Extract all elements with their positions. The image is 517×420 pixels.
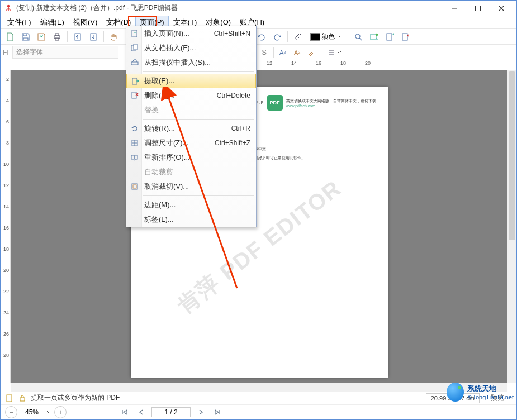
reorder-icon (130, 152, 140, 163)
svg-rect-14 (7, 395, 12, 402)
page-thumb-add-icon[interactable]: + (382, 30, 397, 44)
line-spacing-icon[interactable] (323, 46, 345, 59)
subscript-icon[interactable]: A2 (290, 46, 305, 59)
font-select[interactable]: 选择字体 (12, 46, 118, 59)
scan-icon (130, 58, 140, 68)
window-title: (复制)-新建文本文档 (2)（合并）.pdf - 飞思PDF编辑器 (16, 3, 178, 13)
menu-insert-from-doc[interactable]: 从文档插入(F)... (126, 41, 256, 55)
print-icon[interactable] (50, 30, 64, 44)
svg-rect-12 (402, 34, 407, 40)
next-page-button[interactable] (194, 406, 207, 418)
app-icon (4, 4, 13, 13)
font-prefix-icon: Ff (3, 49, 9, 56)
menu-edit[interactable]: 编辑(E) (36, 16, 69, 29)
search-icon[interactable] (351, 30, 366, 44)
menu-autocrop: 自动裁剪 (126, 165, 256, 179)
redo-icon[interactable] (270, 30, 284, 44)
menu-file[interactable]: 文件(F) (3, 16, 36, 29)
toolbar-row-2: Ff 选择字体 S A2 A2 (1, 45, 516, 60)
menu-separator (143, 71, 254, 72)
page-nav-prev-icon[interactable] (70, 30, 85, 44)
workspace: 246810121416182022242628 肯萍 PDF EDITOR E… (1, 70, 516, 383)
svg-text:+: + (392, 32, 394, 37)
menu-shortcut: Ctrl+Shift+Z (215, 139, 250, 147)
ruler-left: 246810121416182022242628 (1, 70, 11, 383)
menu-reorder[interactable]: 重新排序(O)... (126, 150, 256, 165)
svg-rect-1 (476, 6, 481, 11)
prev-page-button[interactable] (135, 406, 148, 418)
status-bar: 提取一页或多页作为新的 PDF 20.99 x 29.7 cm 预览 (1, 392, 516, 404)
menu-uncrop[interactable]: 取消裁切(V)... (126, 179, 256, 194)
page-thumb-remove-icon[interactable] (398, 30, 412, 44)
toolbars: 颜色 + Ff 选择字体 S A2 A2 (1, 29, 516, 70)
rotate-icon (130, 123, 140, 133)
status-text: 提取一页或多页作为新的 PDF (31, 393, 120, 403)
svg-rect-15 (20, 398, 25, 401)
site-url: XiTongTianDi.net (467, 394, 514, 400)
save-icon[interactable] (18, 30, 33, 44)
color-picker[interactable]: 颜色 (306, 30, 345, 44)
superscript-icon[interactable]: A2 (276, 46, 290, 59)
menu-insert-page[interactable]: 插入页面(N)... Ctrl+Shift+N (126, 26, 256, 41)
vertical-scrollbar[interactable] (507, 70, 516, 383)
eyedropper-icon[interactable] (291, 30, 305, 44)
document-canvas[interactable]: 肯萍 PDF EDITOR EP P:veA怎么 设置中文-EP . P PDF… (11, 70, 507, 383)
svg-point-9 (376, 33, 378, 36)
menu-shortcut: Ctrl+Delete (217, 92, 250, 99)
last-page-button[interactable] (211, 406, 224, 418)
add-stamp-icon[interactable] (367, 30, 381, 44)
menu-item-label: 重新排序(O)... (144, 152, 190, 163)
menu-labels[interactable]: 标签(L)... (126, 212, 256, 227)
svg-point-7 (355, 34, 360, 39)
menu-item-label: 提取(E)... (144, 76, 174, 86)
menu-item-label: 从文档插入(F)... (144, 43, 196, 53)
menu-item-label: 删除(D)... (144, 90, 175, 101)
save-as-icon[interactable] (34, 30, 49, 44)
menu-margins[interactable]: 边距(M)... (126, 198, 256, 212)
bottom-bar: − 45% + 1 / 2 (1, 404, 516, 419)
site-name: 系统天地 (467, 384, 514, 394)
chevron-down-icon[interactable] (46, 410, 51, 414)
menu-separator (143, 119, 254, 120)
svg-rect-19 (131, 62, 138, 65)
maximize-button[interactable] (466, 1, 490, 16)
svg-rect-18 (134, 44, 137, 50)
menu-item-label: 边距(M)... (144, 200, 176, 210)
zoom-level[interactable]: 45% (21, 408, 43, 416)
close-button[interactable] (490, 1, 513, 16)
menu-item-label: 从扫描仪中插入(S)... (144, 58, 211, 68)
resize-icon (130, 138, 140, 148)
scroll-thumb[interactable] (509, 71, 515, 240)
new-file-icon[interactable] (3, 30, 17, 44)
highlight-icon[interactable] (305, 46, 319, 59)
app-window: (复制)-新建文本文档 (2)（合并）.pdf - 飞思PDF编辑器 文件(F)… (0, 0, 517, 420)
zoom-in-button[interactable]: + (54, 406, 67, 418)
page-number-input[interactable]: 1 / 2 (151, 407, 191, 417)
menu-resize[interactable]: 调整尺寸(Z)... Ctrl+Shift+Z (126, 136, 256, 150)
menu-view[interactable]: 视图(V) (69, 16, 102, 29)
menu-delete[interactable]: 删除(D)... Ctrl+Delete (126, 88, 256, 103)
menu-extract[interactable]: 提取(E)... (126, 74, 256, 88)
minimize-button[interactable] (443, 1, 466, 16)
zoom-out-button[interactable]: − (5, 406, 17, 418)
menu-item-label: 取消裁切(V)... (144, 182, 189, 192)
first-page-button[interactable] (118, 406, 131, 418)
menu-item-label: 自动裁剪 (144, 167, 173, 177)
menu-replace: 替换 (126, 103, 256, 117)
ruler-top: 2468101214161820 (1, 60, 516, 70)
menu-item-label: 调整尺寸(Z)... (144, 138, 188, 148)
menu-rotate[interactable]: 旋转(R)... Ctrl+R (126, 121, 256, 136)
font-size-icon[interactable]: S (257, 46, 272, 59)
page-status-icon (5, 394, 14, 403)
svg-rect-8 (371, 34, 376, 40)
delete-icon (130, 90, 140, 101)
svg-rect-23 (131, 155, 134, 159)
horizontal-scrollbar[interactable] (11, 383, 507, 391)
lock-icon (17, 393, 27, 403)
from-doc-icon (130, 43, 140, 53)
menu-insert-from-scanner[interactable]: 从扫描仪中插入(S)... (126, 55, 256, 70)
page-nav-next-icon[interactable] (86, 30, 101, 44)
hand-tool-icon[interactable] (107, 30, 121, 44)
svg-rect-26 (133, 185, 136, 188)
page-dropdown-menu: 插入页面(N)... Ctrl+Shift+N 从文档插入(F)... 从扫描仪… (126, 26, 257, 227)
